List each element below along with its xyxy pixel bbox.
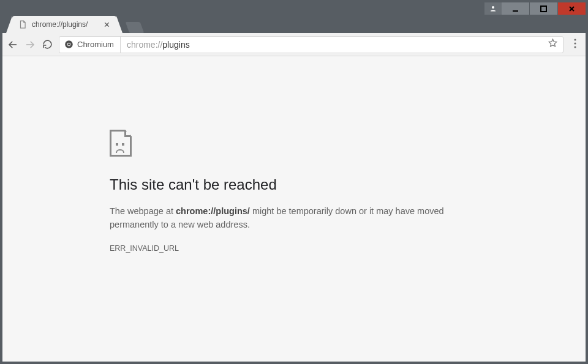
close-button[interactable]: [558, 2, 586, 15]
reload-icon: [42, 39, 53, 50]
origin-chip-label: Chromium: [77, 40, 114, 49]
close-icon: [568, 6, 575, 12]
arrow-right-icon: [24, 39, 36, 50]
star-icon: [548, 38, 558, 48]
svg-rect-1: [513, 10, 518, 12]
error-code: ERR_INVALID_URL: [110, 244, 586, 253]
kebab-menu-icon: [574, 39, 576, 48]
reload-button[interactable]: [42, 39, 53, 50]
chromium-icon: [64, 40, 74, 49]
svg-rect-2: [541, 6, 546, 12]
origin-chip[interactable]: Chromium: [64, 37, 121, 53]
tab-active[interactable]: chrome://plugins/ ✕: [12, 16, 116, 33]
error-body: The webpage at chrome://plugins/ might b…: [110, 204, 459, 232]
svg-point-5: [68, 43, 70, 46]
client-area: chrome://plugins/ ✕: [2, 2, 586, 362]
window-frame: chrome://plugins/ ✕: [0, 0, 588, 364]
menu-button[interactable]: [570, 39, 581, 51]
omnibox[interactable]: Chromium chrome://plugins: [59, 36, 564, 53]
minimize-icon: [512, 6, 519, 12]
toolbar: Chromium chrome://plugins: [2, 33, 586, 56]
arrow-left-icon: [7, 39, 18, 50]
svg-point-8: [574, 46, 576, 48]
maximize-button[interactable]: [530, 2, 557, 15]
svg-point-0: [492, 6, 494, 9]
page-content: This site can't be reached The webpage a…: [2, 56, 586, 362]
url-prefix: chrome://: [127, 40, 162, 50]
maximize-icon: [540, 6, 547, 12]
tab-close-button[interactable]: ✕: [104, 20, 110, 29]
url-input[interactable]: chrome://plugins: [127, 40, 541, 50]
back-button[interactable]: [7, 39, 18, 50]
error-body-pre: The webpage at: [110, 206, 176, 216]
tab-title: chrome://plugins/: [32, 20, 88, 29]
error-heading: This site can't be reached: [110, 176, 586, 193]
new-tab-button[interactable]: [126, 22, 145, 33]
page-icon: [18, 20, 27, 29]
titlebar: [2, 2, 586, 15]
forward-button[interactable]: [24, 39, 36, 50]
bookmark-button[interactable]: [548, 38, 558, 51]
svg-point-7: [574, 42, 576, 44]
svg-point-6: [574, 39, 576, 40]
account-button[interactable]: [484, 2, 502, 15]
url-host: plugins: [162, 40, 189, 50]
sad-page-icon: [110, 130, 132, 157]
error-body-url: chrome://plugins/: [176, 206, 250, 216]
tab-strip: chrome://plugins/ ✕: [2, 15, 586, 33]
minimize-button[interactable]: [502, 2, 529, 15]
person-icon: [489, 5, 497, 12]
